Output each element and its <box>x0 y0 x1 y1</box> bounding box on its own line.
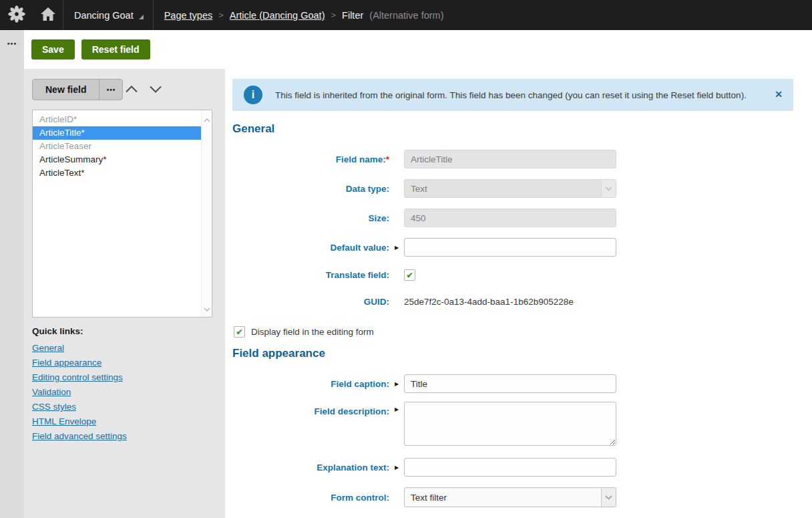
expand-arrow-icon[interactable]: ▶ <box>389 245 404 251</box>
listbox-scrollbar[interactable] <box>201 110 212 317</box>
select-chevron-down-icon <box>601 180 616 197</box>
site-selector[interactable]: Dancing Goat <box>63 10 153 21</box>
reset-field-button[interactable]: Reset field <box>81 39 150 59</box>
field-name-input <box>404 150 616 168</box>
quick-link-field-advanced-settings[interactable]: Field advanced settings <box>32 429 216 444</box>
home-button[interactable] <box>33 0 63 30</box>
banner-close-icon[interactable]: ✕ <box>775 89 783 100</box>
quick-link-validation[interactable]: Validation <box>32 385 216 400</box>
breadcrumb-article[interactable]: Article (Dancing Goat) <box>230 10 325 21</box>
expand-arrow-icon[interactable]: ▶ <box>389 465 404 471</box>
guid-value: 25de7f2c-0a13-4add-baa1-1b62b905228e <box>404 297 574 307</box>
display-field-row: ✔ Display field in the editing form <box>234 326 374 338</box>
application-window: Dancing Goat Page types > Article (Danci… <box>0 0 812 518</box>
rail-more-menu-icon[interactable]: ••• <box>0 39 24 47</box>
site-selector-label: Dancing Goat <box>74 10 134 21</box>
checkmark-icon: ✔ <box>406 271 413 279</box>
breadcrumb-separator: > <box>218 10 224 20</box>
field-listbox: ArticleID* ArticleTitle* ArticleTeaser A… <box>32 110 212 317</box>
field-name-row: Field name:* <box>232 150 616 168</box>
move-field-up-button[interactable] <box>123 84 140 96</box>
display-field-label: Display field in the editing form <box>251 327 374 337</box>
quick-link-css-styles[interactable]: CSS styles <box>32 400 216 414</box>
new-field-more-icon[interactable]: ••• <box>99 80 122 100</box>
fields-sidebar: New field ••• ArticleID* ArticleTitle* A… <box>24 69 225 518</box>
field-description-label: Field description: <box>232 406 389 416</box>
quick-link-editing-control-settings[interactable]: Editing control settings <box>32 370 216 385</box>
list-item-articletext[interactable]: ArticleText* <box>33 166 201 180</box>
top-navigation-bar: Dancing Goat Page types > Article (Danci… <box>0 0 812 30</box>
form-control-value: Text filter <box>405 493 447 503</box>
form-control-select[interactable]: Text filter <box>404 487 616 507</box>
info-icon: i <box>244 86 262 104</box>
list-item-articletitle[interactable]: ArticleTitle* <box>33 126 201 140</box>
translate-field-row: Translate field: ✔ <box>232 269 415 281</box>
data-type-row: Data type: Text <box>232 179 616 198</box>
explanation-text-label: Explanation text: <box>232 463 389 473</box>
required-mark: * <box>386 154 389 164</box>
default-value-label: Default value: <box>232 243 389 253</box>
quick-link-html-envelope[interactable]: HTML Envelope <box>32 414 216 429</box>
field-description-row: Field description: ▶ <box>232 402 616 446</box>
site-dropdown-triangle-icon <box>139 15 144 19</box>
quick-links-title: Quick links: <box>32 326 216 336</box>
size-input <box>404 209 616 227</box>
form-control-label: Form control: <box>232 493 389 503</box>
chevron-up-icon <box>125 84 138 96</box>
explanation-text-row: Explanation text: ▶ <box>232 458 616 477</box>
breadcrumb-suffix: (Alternative form) <box>369 10 443 21</box>
info-banner-text: This field is inherited from the origina… <box>275 90 747 100</box>
quick-link-field-appearance[interactable]: Field appearance <box>32 356 216 370</box>
explanation-text-input[interactable] <box>404 458 616 477</box>
field-appearance-section-heading: Field appearance <box>232 347 325 360</box>
breadcrumb-separator: > <box>331 10 336 20</box>
form-control-row: Form control: Text filter <box>232 487 616 507</box>
scroll-down-icon[interactable] <box>204 302 210 314</box>
data-type-select: Text <box>404 179 616 198</box>
chevron-down-icon <box>149 84 162 96</box>
field-editor-panel: i This field is inherited from the origi… <box>225 69 812 518</box>
list-item-articlesummary[interactable]: ArticleSummary* <box>33 153 201 166</box>
home-icon <box>40 7 56 24</box>
quick-link-general[interactable]: General <box>32 341 216 356</box>
field-caption-label: Field caption: <box>232 379 389 389</box>
field-name-label: Field name:* <box>232 154 389 164</box>
guid-label: GUID: <box>232 297 389 307</box>
translate-field-checkbox[interactable]: ✔ <box>404 269 415 281</box>
expand-arrow-icon[interactable]: ▶ <box>389 381 404 387</box>
guid-row: GUID: 25de7f2c-0a13-4add-baa1-1b62b90522… <box>232 297 574 307</box>
list-item-articleid[interactable]: ArticleID* <box>33 113 201 126</box>
data-type-label: Data type: <box>232 184 389 194</box>
quick-links-panel: Quick links: General Field appearance Ed… <box>32 326 216 444</box>
save-button[interactable]: Save <box>31 39 75 59</box>
kentico-logo[interactable] <box>0 0 33 30</box>
left-rail: ••• <box>0 30 24 518</box>
field-list: ArticleID* ArticleTitle* ArticleTeaser A… <box>33 110 201 317</box>
translate-field-label: Translate field: <box>232 270 389 280</box>
breadcrumb: Page types > Article (Dancing Goat) > Fi… <box>154 10 444 21</box>
data-type-value: Text <box>405 184 427 194</box>
pinwheel-logo-icon <box>7 5 26 26</box>
breadcrumb-current: Filter <box>342 10 363 21</box>
field-description-textarea[interactable] <box>404 402 616 446</box>
scroll-up-icon[interactable] <box>204 113 210 125</box>
new-field-button[interactable]: New field <box>33 80 99 100</box>
default-value-input[interactable] <box>404 238 616 257</box>
field-caption-row: Field caption: ▶ <box>232 374 616 393</box>
select-chevron-down-icon <box>601 488 616 507</box>
display-field-checkbox[interactable]: ✔ <box>234 326 245 338</box>
size-row: Size: <box>232 209 616 227</box>
default-value-row: Default value: ▶ <box>232 238 616 257</box>
breadcrumb-page-types[interactable]: Page types <box>164 10 213 21</box>
checkmark-icon: ✔ <box>236 328 242 336</box>
field-caption-input[interactable] <box>404 374 616 393</box>
move-field-down-button[interactable] <box>147 84 164 96</box>
list-item-articleteaser[interactable]: ArticleTeaser <box>33 140 201 153</box>
new-field-split-button: New field ••• <box>32 79 123 100</box>
expand-arrow-icon[interactable]: ▶ <box>389 406 404 412</box>
action-toolbar: Save Reset field <box>24 30 812 69</box>
size-label: Size: <box>232 213 389 223</box>
info-banner: i This field is inherited from the origi… <box>232 79 793 111</box>
general-section-heading: General <box>232 122 274 136</box>
